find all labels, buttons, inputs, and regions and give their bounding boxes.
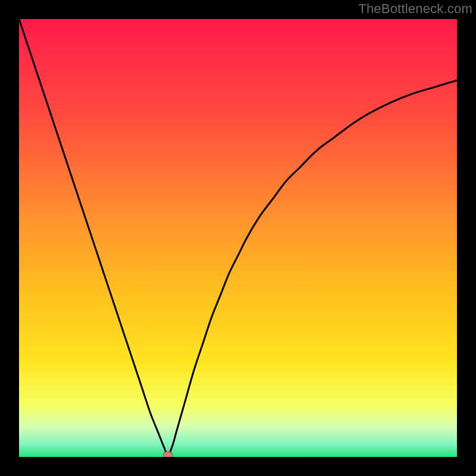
background-rect: [19, 19, 457, 457]
chart-svg: [19, 19, 457, 457]
chart-frame: TheBottleneck.com: [0, 0, 476, 476]
plot-area: [19, 19, 457, 457]
optimal-point-marker: [163, 452, 173, 457]
watermark-label: TheBottleneck.com: [358, 1, 472, 17]
